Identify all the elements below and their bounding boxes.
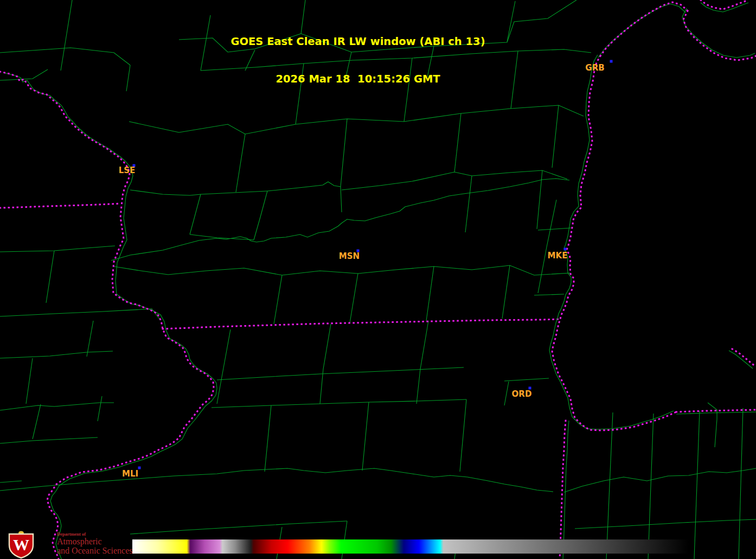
county-boundary-line: [534, 294, 564, 295]
uw-crest-icon: W: [5, 531, 37, 559]
mn-ia-state-border: [0, 204, 121, 208]
county-boundary-line: [538, 228, 571, 230]
county-boundary-line: [454, 113, 461, 172]
county-boundary-line: [739, 408, 743, 559]
county-boundary-line: [0, 403, 114, 410]
county-boundary-line: [426, 266, 434, 321]
county-boundary-line: [0, 481, 22, 482]
image-title: GOES East Clean IR LW window (ABI ch 13)…: [0, 10, 716, 110]
county-boundary-line: [217, 329, 230, 404]
county-boundary-line: [212, 399, 466, 408]
county-boundary-line: [465, 176, 472, 232]
county-boundary-line: [190, 194, 201, 234]
logo-dept-label: Department of: [57, 531, 132, 537]
temperature-colorbar: [132, 539, 689, 554]
county-boundary-line: [265, 405, 271, 472]
county-boundary-line: [274, 275, 282, 324]
county-boundary-line: [504, 382, 509, 405]
lake-michigan-east-shore: [732, 349, 756, 367]
uw-aos-logo: W Department of Atmospheric and Oceanic …: [4, 530, 183, 559]
county-boundary-line: [552, 105, 559, 168]
county-boundary-line: [467, 477, 553, 492]
county-boundary-line: [564, 468, 756, 492]
county-boundary-line: [708, 403, 717, 447]
county-boundary-line: [676, 412, 756, 414]
county-boundary-line: [26, 358, 33, 404]
city-label-LSE: LSE: [119, 166, 136, 175]
il-in-state-border: [560, 421, 566, 559]
county-boundary-line: [575, 519, 756, 529]
county-boundary-line: [417, 321, 428, 404]
county-boundary-line: [460, 399, 466, 472]
county-boundary-line: [254, 191, 267, 240]
county-boundary-line: [502, 265, 510, 319]
county-boundary-line: [111, 179, 569, 261]
title-line-2: 2026 Mar 18 10:15:26 GMT: [0, 73, 716, 85]
county-boundary-line: [320, 324, 331, 404]
county-boundary-line: [341, 187, 342, 212]
uw-aos-logo-text: Department of Atmospheric and Oceanic Sc…: [57, 531, 132, 555]
county-boundary-line: [729, 351, 753, 369]
lake-michigan-west-shore: [552, 56, 676, 430]
county-boundary-line: [46, 251, 54, 303]
county-boundary-line: [33, 404, 41, 439]
county-boundary-line: [244, 468, 467, 477]
satellite-map-viewer: GRBLSEMSNMKEORDMLI GOES East Clean IR LW…: [0, 0, 756, 559]
county-boundary-line: [350, 274, 358, 323]
city-dot-MLI: [138, 467, 141, 469]
county-boundary-line: [0, 437, 98, 443]
county-boundary-line: [267, 182, 341, 191]
mississippi-river: [0, 72, 214, 559]
county-boundary-line: [114, 265, 571, 275]
county-boundary-line: [87, 321, 93, 357]
county-boundary-line: [0, 309, 160, 320]
wi-il-state-border: [163, 319, 560, 329]
svg-text:W: W: [13, 536, 29, 554]
county-boundary-line: [0, 246, 115, 252]
county-boundary-line: [606, 412, 613, 559]
county-boundary-line: [342, 170, 567, 190]
county-boundary-line: [563, 421, 569, 559]
city-label-MLI: MLI: [122, 469, 138, 479]
county-boundary-line: [694, 411, 700, 559]
county-boundary-line: [98, 396, 102, 421]
in-mi-state-border: [676, 410, 756, 412]
county-boundary-line: [504, 378, 549, 381]
city-label-MSN: MSN: [339, 251, 360, 261]
county-boundary-line: [217, 367, 464, 380]
logo-line-2: and Oceanic Sciences: [57, 546, 132, 555]
city-dot-MKE: [564, 248, 567, 251]
county-boundary-line: [538, 200, 556, 293]
county-boundary-line: [648, 414, 654, 559]
logo-line-1: Atmospheric: [57, 537, 132, 546]
county-boundary-line: [537, 170, 542, 229]
county-boundary-line: [341, 119, 347, 187]
title-line-1: GOES East Clean IR LW window (ABI ch 13): [0, 35, 716, 48]
county-boundary-line: [362, 402, 369, 471]
county-boundary-line: [130, 190, 267, 195]
county-boundary-line: [549, 55, 674, 429]
city-label-ORD: ORD: [512, 389, 532, 399]
county-boundary-line: [0, 351, 113, 358]
county-boundary-line: [236, 134, 245, 192]
city-label-MKE: MKE: [548, 251, 568, 261]
county-boundary-line: [3, 73, 217, 559]
